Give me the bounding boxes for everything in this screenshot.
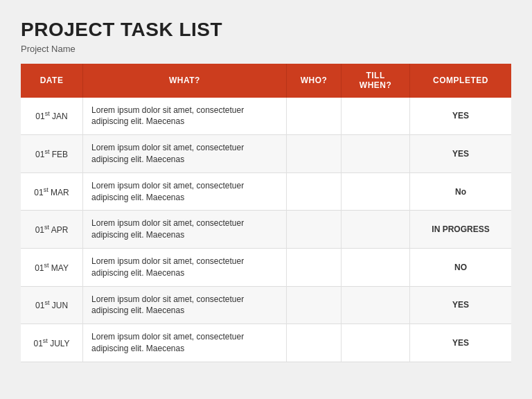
cell-who: [286, 286, 341, 324]
table-row: 01st MARLorem ipsum dolor sit amet, cons…: [21, 172, 511, 211]
table-row: 01st JANLorem ipsum dolor sit amet, cons…: [21, 98, 511, 135]
table-row: 01st JUNLorem ipsum dolor sit amet, cons…: [21, 286, 511, 324]
header-what: WHAT?: [83, 64, 287, 98]
cell-what: Lorem ipsum dolor sit amet, consectetuer…: [83, 98, 287, 135]
header-completed: COMPLETED: [410, 64, 511, 98]
cell-who: [286, 98, 341, 135]
table-body: 01st JANLorem ipsum dolor sit amet, cons…: [21, 98, 511, 362]
cell-completed: YES: [410, 286, 511, 324]
cell-date: 01st FEB: [21, 135, 83, 173]
header-till-when: TILLWHEN?: [342, 64, 410, 98]
cell-till-when: [342, 324, 410, 362]
cell-completed: NO: [410, 248, 511, 286]
task-table: DATE WHAT? WHO? TILLWHEN? COMPLETED 01st…: [21, 64, 511, 362]
cell-date: 01st MAR: [21, 172, 83, 211]
cell-date: 01st APR: [21, 211, 83, 249]
cell-till-when: [342, 172, 410, 211]
header-date: DATE: [21, 64, 83, 98]
cell-till-when: [342, 248, 410, 286]
cell-date: 01st JUN: [21, 286, 83, 324]
cell-till-when: [342, 286, 410, 324]
cell-what: Lorem ipsum dolor sit amet, consectetuer…: [83, 135, 287, 173]
cell-who: [286, 248, 341, 286]
cell-what: Lorem ipsum dolor sit amet, consectetuer…: [83, 286, 287, 324]
cell-who: [286, 211, 341, 249]
cell-completed: YES: [410, 98, 511, 135]
cell-till-when: [342, 211, 410, 249]
cell-who: [286, 172, 341, 211]
table-row: 01st MAYLorem ipsum dolor sit amet, cons…: [21, 248, 511, 286]
cell-completed: YES: [410, 324, 511, 362]
table-row: 01st APRLorem ipsum dolor sit amet, cons…: [21, 211, 511, 249]
table-row: 01st JULYLorem ipsum dolor sit amet, con…: [21, 324, 511, 362]
cell-completed: YES: [410, 135, 511, 173]
header-who: WHO?: [286, 64, 341, 98]
cell-what: Lorem ipsum dolor sit amet, consectetuer…: [83, 172, 287, 211]
cell-date: 01st JULY: [21, 324, 83, 362]
cell-what: Lorem ipsum dolor sit amet, consectetuer…: [83, 211, 287, 249]
cell-what: Lorem ipsum dolor sit amet, consectetuer…: [83, 324, 287, 362]
cell-what: Lorem ipsum dolor sit amet, consectetuer…: [83, 248, 287, 286]
page-title: PROJECT TASK LIST: [21, 19, 511, 41]
project-name-label: Project Name: [21, 44, 511, 54]
cell-till-when: [342, 98, 410, 135]
cell-who: [286, 324, 341, 362]
cell-who: [286, 135, 341, 173]
cell-completed: No: [410, 172, 511, 211]
cell-date: 01st MAY: [21, 248, 83, 286]
cell-completed: IN PROGRESS: [410, 211, 511, 249]
cell-till-when: [342, 135, 410, 173]
table-row: 01st FEBLorem ipsum dolor sit amet, cons…: [21, 135, 511, 173]
page-container: PROJECT TASK LIST Project Name DATE WHAT…: [0, 0, 532, 399]
cell-date: 01st JAN: [21, 98, 83, 135]
table-header-row: DATE WHAT? WHO? TILLWHEN? COMPLETED: [21, 64, 511, 98]
